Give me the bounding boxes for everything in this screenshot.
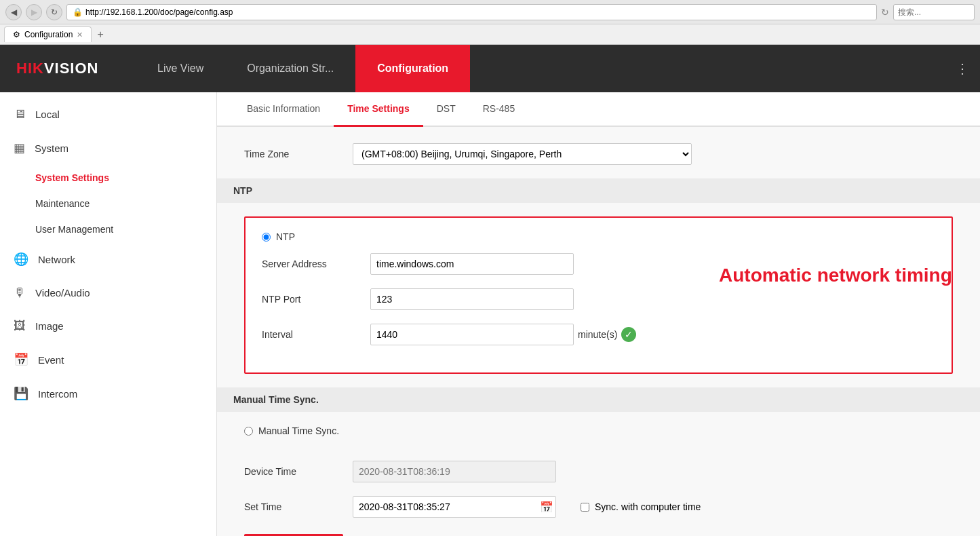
- manual-radio-group: Manual Time Sync.: [244, 425, 339, 436]
- logo: HIKVISION: [16, 60, 98, 77]
- sidebar-item-event[interactable]: 📅 Event: [0, 343, 216, 377]
- sidebar-label-video-audio: Video/Audio: [35, 287, 90, 299]
- interval-label: Interval: [262, 329, 357, 340]
- set-time-input-group: 📅: [353, 496, 556, 518]
- sidebar-label-event: Event: [38, 354, 64, 366]
- nav-configuration[interactable]: Configuration: [355, 45, 470, 92]
- valid-check-icon: ✓: [621, 327, 636, 342]
- tab-title: Configuration: [24, 30, 73, 39]
- ntp-radio[interactable]: [262, 233, 271, 242]
- device-time-input: [353, 461, 556, 482]
- sidebar-item-intercom[interactable]: 💾 Intercom: [0, 377, 216, 410]
- set-time-row: Set Time 📅 Sync. with computer time: [244, 496, 953, 518]
- manual-sync-title: Manual Time Sync.: [233, 394, 319, 405]
- set-time-input[interactable]: [353, 496, 556, 518]
- main-nav: Live View Organization Str... Configurat…: [136, 45, 945, 92]
- search-input[interactable]: [893, 4, 975, 20]
- sidebar-item-maintenance[interactable]: Maintenance: [0, 191, 216, 216]
- sidebar-item-system-settings[interactable]: System Settings: [0, 165, 216, 191]
- nav-dots-icon[interactable]: ⋮: [956, 60, 969, 77]
- sync-checkbox[interactable]: [581, 503, 589, 512]
- tab-dst[interactable]: DST: [423, 92, 469, 127]
- nav-live-view[interactable]: Live View: [136, 45, 225, 92]
- maintenance-label: Maintenance: [35, 198, 90, 209]
- content-body: Time Zone (GMT+08:00) Beijing, Urumqi, S…: [217, 127, 980, 536]
- sync-checkbox-row: Sync. with computer time: [581, 501, 701, 512]
- refresh-button[interactable]: ↻: [46, 4, 62, 20]
- manual-radio[interactable]: [244, 427, 253, 436]
- server-address-input[interactable]: [370, 253, 574, 275]
- back-button[interactable]: ◀: [5, 4, 22, 20]
- back-icon: ◀: [11, 7, 17, 17]
- sync-label: Sync. with computer time: [595, 501, 701, 512]
- content-area: Basic Information Time Settings DST RS-4…: [217, 92, 980, 536]
- refresh-icon: ↻: [51, 7, 58, 17]
- interval-row: Interval minute(s) ✓: [262, 324, 935, 345]
- timezone-label: Time Zone: [244, 149, 339, 159]
- sidebar-item-network[interactable]: 🌐 Network: [0, 242, 216, 276]
- event-icon: 📅: [14, 352, 28, 367]
- ntp-port-row: NTP Port: [262, 288, 935, 310]
- lock-icon: 🔒: [73, 7, 83, 17]
- device-time-row: Device Time: [244, 461, 953, 482]
- ntp-box: NTP Server Address NTP Port Interval: [244, 216, 953, 374]
- user-management-label: User Management: [35, 224, 113, 235]
- forward-icon: ▶: [31, 7, 37, 17]
- sidebar-label-image: Image: [35, 320, 64, 332]
- sidebar-item-system[interactable]: ▦ System: [0, 131, 216, 165]
- timezone-row: Time Zone (GMT+08:00) Beijing, Urumqi, S…: [244, 143, 953, 165]
- server-address-label: Server Address: [262, 259, 357, 269]
- ntp-port-input[interactable]: [370, 288, 574, 310]
- sidebar-item-video-audio[interactable]: 🎙 Video/Audio: [0, 276, 216, 309]
- tab-close-icon[interactable]: ✕: [77, 31, 83, 39]
- local-icon: 🖥: [14, 107, 26, 121]
- nav-org-str[interactable]: Organization Str...: [225, 45, 355, 92]
- system-settings-label: System Settings: [35, 172, 109, 183]
- ntp-radio-row: NTP: [262, 231, 935, 242]
- intercom-icon: 💾: [14, 386, 28, 401]
- sidebar-label-intercom: Intercom: [38, 388, 77, 400]
- sidebar-label-local: Local: [35, 109, 60, 120]
- manual-sync-section-header: Manual Time Sync.: [217, 387, 980, 412]
- tab-rs485[interactable]: RS-485: [469, 92, 528, 127]
- tab-favicon: ⚙: [13, 30, 20, 39]
- set-time-label: Set Time: [244, 501, 339, 512]
- url-text: http://192.168.1.200/doc/page/config.asp: [85, 7, 233, 17]
- interval-suffix: minute(s): [578, 329, 617, 340]
- calendar-icon[interactable]: 📅: [540, 501, 553, 514]
- content-tabs: Basic Information Time Settings DST RS-4…: [217, 92, 980, 127]
- annotation-text: Automatic network timing: [719, 265, 952, 286]
- browser-tab[interactable]: ⚙ Configuration ✕: [4, 26, 92, 42]
- video-audio-icon: 🎙: [14, 286, 26, 300]
- refresh-icon-right: ↻: [881, 7, 889, 18]
- sidebar: 🖥 Local ▦ System System Settings Mainten…: [0, 92, 217, 536]
- ntp-section-title: NTP: [233, 185, 252, 196]
- timezone-select[interactable]: (GMT+08:00) Beijing, Urumqi, Singapore, …: [353, 143, 692, 165]
- interval-input[interactable]: [370, 324, 574, 345]
- nav-right: ⋮: [945, 45, 980, 92]
- network-icon: 🌐: [14, 252, 28, 267]
- manual-radio-row: Manual Time Sync.: [244, 425, 953, 447]
- tab-time-settings[interactable]: Time Settings: [334, 92, 423, 127]
- interval-input-group: minute(s) ✓: [370, 324, 636, 345]
- ntp-port-label: NTP Port: [262, 294, 357, 305]
- device-time-label: Device Time: [244, 466, 339, 477]
- sidebar-item-image[interactable]: 🖼 Image: [0, 309, 216, 343]
- new-tab-icon[interactable]: +: [92, 26, 109, 43]
- ntp-section-header: NTP: [217, 178, 980, 203]
- sidebar-item-local[interactable]: 🖥 Local: [0, 98, 216, 131]
- sidebar-label-system: System: [35, 142, 68, 154]
- manual-radio-label: Manual Time Sync.: [258, 425, 339, 436]
- system-icon: ▦: [14, 140, 25, 155]
- sidebar-item-user-management[interactable]: User Management: [0, 216, 216, 242]
- url-bar[interactable]: 🔒 http://192.168.1.200/doc/page/config.a…: [66, 4, 877, 20]
- ntp-radio-label: NTP: [276, 231, 295, 242]
- sidebar-label-network: Network: [38, 254, 75, 265]
- tab-basic-info[interactable]: Basic Information: [233, 92, 334, 127]
- logo-area: HIKVISION: [0, 45, 136, 92]
- forward-button[interactable]: ▶: [26, 4, 42, 20]
- image-icon: 🖼: [14, 319, 26, 333]
